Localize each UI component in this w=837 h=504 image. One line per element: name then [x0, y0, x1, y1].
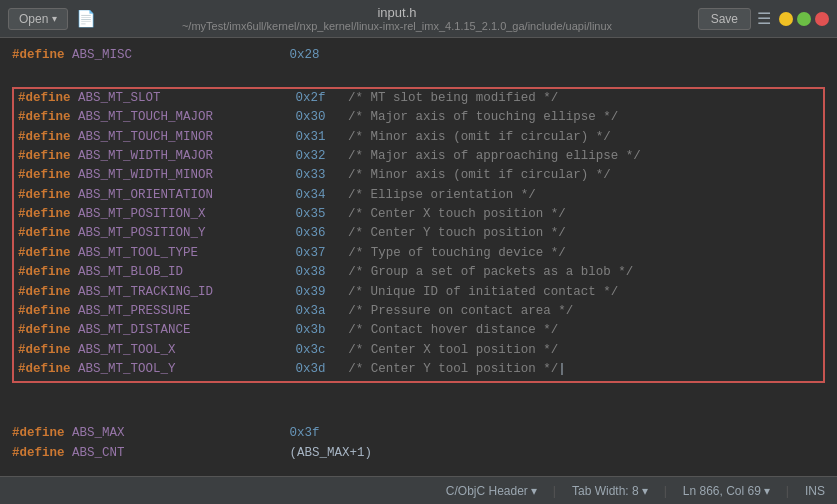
- hl-line-width-major: #define ABS_MT_WIDTH_MAJOR 0x32 /* Major…: [18, 147, 819, 166]
- hl-line-slot: #define ABS_MT_SLOT 0x2f /* MT slot bein…: [18, 89, 819, 108]
- open-chevron-icon: ▾: [52, 13, 57, 24]
- code-line-abs-misc: #define ABS_MISC 0x28: [12, 46, 825, 65]
- code-line-blank3: [12, 405, 825, 424]
- hl-line-pos-x: #define ABS_MT_POSITION_X 0x35 /* Center…: [18, 205, 819, 224]
- hl-line-touch-minor: #define ABS_MT_TOUCH_MINOR 0x31 /* Minor…: [18, 128, 819, 147]
- window-controls: [779, 12, 829, 26]
- close-button[interactable]: [815, 12, 829, 26]
- minimize-button[interactable]: [779, 12, 793, 26]
- menu-icon[interactable]: ☰: [757, 9, 771, 29]
- hl-line-pressure: #define ABS_MT_PRESSURE 0x3a /* Pressure…: [18, 302, 819, 321]
- titlebar: Open ▾ 📄 input.h ~/myTest/imx6ull/kernel…: [0, 0, 837, 38]
- hl-line-distance: #define ABS_MT_DISTANCE 0x3b /* Contact …: [18, 321, 819, 340]
- position-label: Ln 866, Col 69: [683, 484, 761, 498]
- tab-width-chevron-icon: ▾: [642, 484, 648, 498]
- code-line-blank1: [12, 65, 825, 84]
- sep3: |: [786, 484, 789, 498]
- code-line-abs-cnt: #define ABS_CNT (ABS_MAX+1): [12, 444, 825, 463]
- hl-line-blob-id: #define ABS_MT_BLOB_ID 0x38 /* Group a s…: [18, 263, 819, 282]
- hl-line-pos-y: #define ABS_MT_POSITION_Y 0x36 /* Center…: [18, 224, 819, 243]
- file-icon: 📄: [76, 9, 96, 29]
- highlighted-section: #define ABS_MT_SLOT 0x2f /* MT slot bein…: [12, 87, 825, 384]
- maximize-button[interactable]: [797, 12, 811, 26]
- code-line-abs-max: #define ABS_MAX 0x3f: [12, 424, 825, 443]
- hl-line-tool-y: #define ABS_MT_TOOL_Y 0x3d /* Center Y t…: [18, 360, 819, 379]
- insert-mode: INS: [805, 484, 825, 498]
- hl-line-tool-x: #define ABS_MT_TOOL_X 0x3c /* Center X t…: [18, 341, 819, 360]
- save-button[interactable]: Save: [698, 8, 751, 30]
- sep2: |: [664, 484, 667, 498]
- open-button[interactable]: Open ▾: [8, 8, 68, 30]
- cursor-position[interactable]: Ln 866, Col 69 ▾: [683, 484, 770, 498]
- open-label: Open: [19, 12, 48, 26]
- title-center: input.h ~/myTest/imx6ull/kernel/nxp_kern…: [96, 5, 697, 32]
- tab-width-selector[interactable]: Tab Width: 8 ▾: [572, 484, 648, 498]
- sep1: |: [553, 484, 556, 498]
- hl-line-tool-type: #define ABS_MT_TOOL_TYPE 0x37 /* Type of…: [18, 244, 819, 263]
- hl-line-tracking-id: #define ABS_MT_TRACKING_ID 0x39 /* Uniqu…: [18, 283, 819, 302]
- editor: #define ABS_MISC 0x28 #define ABS_MT_SLO…: [0, 38, 837, 476]
- hl-line-touch-major: #define ABS_MT_TOUCH_MAJOR 0x30 /* Major…: [18, 108, 819, 127]
- language-label: C/ObjC Header: [446, 484, 528, 498]
- code-line-blank2: [12, 385, 825, 404]
- file-name: input.h: [96, 5, 697, 20]
- hl-line-orientation: #define ABS_MT_ORIENTATION 0x34 /* Ellip…: [18, 186, 819, 205]
- statusbar: C/ObjC Header ▾ | Tab Width: 8 ▾ | Ln 86…: [0, 476, 837, 504]
- language-chevron-icon: ▾: [531, 484, 537, 498]
- mode-label: INS: [805, 484, 825, 498]
- code-line-blank4: [12, 463, 825, 476]
- tab-width-label: Tab Width: 8: [572, 484, 639, 498]
- position-chevron-icon: ▾: [764, 484, 770, 498]
- language-selector[interactable]: C/ObjC Header ▾: [446, 484, 537, 498]
- file-path: ~/myTest/imx6ull/kernel/nxp_kernel/linux…: [96, 20, 697, 32]
- hl-line-width-minor: #define ABS_MT_WIDTH_MINOR 0x33 /* Minor…: [18, 166, 819, 185]
